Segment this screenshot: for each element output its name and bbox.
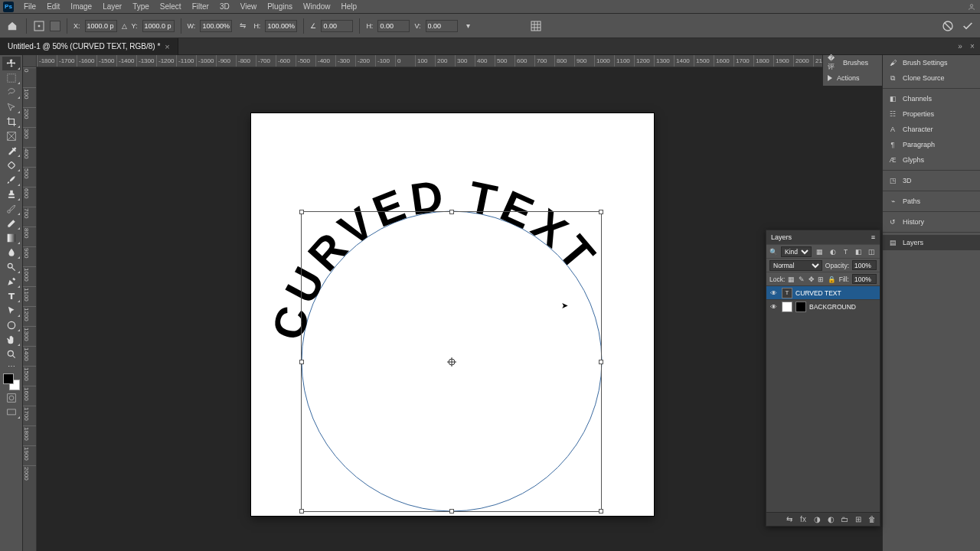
hand-tool[interactable] [2,333,21,347]
adjustment-icon[interactable]: ◐ [826,515,835,524]
ruler-origin[interactable] [23,55,37,67]
marquee-tool[interactable] [2,71,21,85]
filter-type-icon[interactable]: T [841,246,851,257]
search-icon[interactable]: 🔍 [769,248,778,256]
type-tool[interactable] [2,289,21,303]
menu-file[interactable]: File [18,0,41,14]
transform-bounding-box[interactable] [301,211,602,512]
stamp-tool[interactable] [2,187,21,201]
triangle-icon[interactable]: △ [122,22,127,30]
pen-tool[interactable] [2,275,21,289]
mask-icon[interactable]: ◑ [812,515,822,524]
handle-top[interactable] [449,210,454,214]
screenmode-tool[interactable] [2,406,21,419]
menu-filter[interactable]: Filter [187,0,214,14]
link-layers-icon[interactable]: ⇆ [785,515,794,524]
reference-toggle[interactable] [50,21,60,31]
panel-clone-source[interactable]: ⧉Clone Source [883,70,980,86]
filter-adjust-icon[interactable]: ◐ [828,246,838,257]
quickmask-tool[interactable] [2,391,21,405]
lock-all-icon[interactable]: 🔒 [828,274,836,285]
close-tab-icon[interactable]: × [165,42,169,51]
commit-transform-icon[interactable] [962,20,974,32]
artboard[interactable]: CURVED TEXT ➤ [251,113,654,516]
visibility-toggle-icon[interactable]: 👁 [768,302,779,312]
account-icon[interactable] [968,1,980,13]
visibility-toggle-icon[interactable]: 👁 [768,288,779,298]
tabbar-close-icon[interactable]: × [968,42,977,51]
ruler-vertical[interactable]: 0100200300400500600700800900100011001200… [23,67,37,551]
panel-menu-icon[interactable]: ≡ [871,233,875,241]
tabbar-collapse-icon[interactable]: » [956,42,965,51]
opt-y-input[interactable] [142,20,175,32]
menu-type[interactable]: Type [127,0,155,14]
layer-item[interactable]: 👁 BACKGROUND [766,299,880,313]
warp-mode-icon[interactable] [530,20,542,32]
menu-window[interactable]: Window [298,0,336,14]
new-layer-icon[interactable]: ⊞ [854,515,863,524]
opacity-input[interactable] [852,260,877,270]
handle-top-left[interactable] [299,210,304,214]
history-brush-tool[interactable] [2,202,21,216]
layer 
-item[interactable]: 👁 T CURVED TEXT [766,285,880,299]
dodge-tool[interactable] [2,260,21,274]
selection-tool[interactable] [2,100,21,114]
panel-brush-settings[interactable]: 🖌Brush Settings [883,55,980,70]
menu-plugins[interactable]: Plugins [262,0,298,14]
color-swatches[interactable] [3,373,20,390]
lasso-tool[interactable] [2,86,21,99]
panel-character[interactable]: ACharacter [883,122,980,137]
panel-paragraph[interactable]: ¶Paragraph [883,137,980,152]
panel-paths[interactable]: ⌁Paths [883,194,980,209]
handle-right[interactable] [599,360,603,364]
cancel-transform-icon[interactable] [942,20,954,32]
handle-bottom-right[interactable] [599,509,603,514]
handle-bottom-left[interactable] [299,509,304,514]
menu-image[interactable]: Image [65,0,97,14]
edit-toolbar-icon[interactable]: ⋯ [2,362,21,370]
frame-tool[interactable] [2,129,21,143]
link-wh-icon[interactable]: ⇋ [237,20,249,32]
panel-channels[interactable]: ◧Channels [883,91,980,106]
fill-input[interactable] [852,274,877,284]
transform-center-icon[interactable] [447,357,456,367]
filter-smart-icon[interactable]: ◫ [867,246,877,257]
reference-point-icon[interactable] [33,20,45,32]
opt-x-input[interactable] [85,20,117,32]
panel-history[interactable]: ↺History [883,214,980,230]
healing-tool[interactable] [2,158,21,172]
interpolation-icon[interactable]: ▾ [462,20,475,32]
fx-icon[interactable]: fx [799,515,808,524]
group-icon[interactable]: 🗀 [840,515,849,524]
crop-tool[interactable] [2,115,21,129]
home-icon[interactable] [5,18,20,34]
panel-layers[interactable]: ▤Layers [883,235,980,250]
zoom-tool[interactable] [2,347,21,361]
eraser-tool[interactable] [2,217,21,230]
handle-left[interactable] [299,360,304,364]
lock-position-icon[interactable]: ✥ [808,274,815,285]
layer-name[interactable]: BACKGROUND [809,303,856,311]
panel-glyphs[interactable]: ÆGlyphs [883,152,980,168]
gradient-tool[interactable] [2,231,21,245]
handle-top-right[interactable] [599,210,603,214]
menu-edit[interactable]: Edit [41,0,65,14]
panel-3d[interactable]: ◳3D [883,173,980,188]
lock-artboard-icon[interactable]: ⊞ [818,274,825,285]
layer-name[interactable]: CURVED TEXT [795,289,841,297]
lock-pixels-icon[interactable]: ✎ [798,274,805,285]
panel-properties[interactable]: ☷Properties [883,106,980,122]
move-tool[interactable] [2,57,21,70]
menu-help[interactable]: Help [336,0,363,14]
opt-skewh-input[interactable] [377,20,410,32]
menu-select[interactable]: Select [155,0,187,14]
path-selection-tool[interactable] [2,304,21,318]
menu-3d[interactable]: 3D [214,0,235,14]
opt-w-input[interactable] [200,20,232,32]
filter-kind-select[interactable]: Kind [781,246,812,257]
blend-mode-select[interactable]: Normal [769,260,822,271]
blur-tool[interactable] [2,246,21,259]
opt-skewv-input[interactable] [426,20,458,32]
brush-tool[interactable] [2,173,21,187]
lock-transparency-icon[interactable]: ▦ [788,274,795,285]
